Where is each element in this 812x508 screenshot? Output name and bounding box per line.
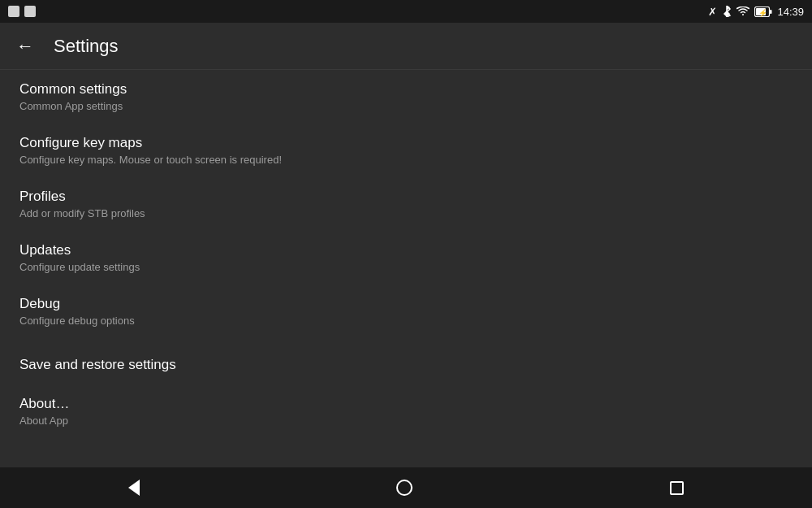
status-bar-left (8, 6, 36, 17)
svg-text:⚡: ⚡ (758, 8, 768, 17)
navigation-bar (0, 467, 812, 508)
settings-item-subtitle-about: About App (19, 415, 793, 427)
settings-divider (0, 341, 812, 342)
svg-rect-2 (770, 10, 772, 14)
app-title: Settings (54, 36, 119, 57)
settings-item-title-about: About… (19, 396, 793, 412)
settings-item-title-configure-key-maps: Configure key maps (19, 135, 793, 151)
settings-item-profiles[interactable]: ProfilesAdd or modify STB profiles (0, 177, 812, 231)
settings-item-common-settings[interactable]: Common settingsCommon App settings (0, 70, 812, 124)
settings-item-title-common-settings: Common settings (19, 81, 793, 98)
settings-item-subtitle-debug: Configure debug options (19, 315, 793, 327)
settings-item-title-debug: Debug (19, 296, 793, 312)
nav-recent-button[interactable] (670, 481, 684, 495)
settings-item-subtitle-updates: Configure update settings (19, 261, 793, 273)
app-icon-1 (8, 6, 19, 17)
app-icon-2 (24, 6, 36, 17)
wifi-icon (736, 7, 749, 17)
bluetooth-icon: ✗ (708, 6, 717, 18)
status-bar-right: ✗ ⚡ 14:39 (708, 6, 804, 18)
settings-item-subtitle-profiles: Add or modify STB profiles (19, 207, 793, 219)
settings-list: Common settingsCommon App settingsConfig… (0, 70, 812, 438)
settings-item-subtitle-configure-key-maps: Configure key maps. Mouse or touch scree… (19, 154, 793, 166)
settings-item-about[interactable]: About…About App (0, 384, 812, 438)
settings-item-updates[interactable]: UpdatesConfigure update settings (0, 231, 812, 284)
settings-item-title-profiles: Profiles (19, 189, 793, 205)
nav-back-button[interactable] (128, 480, 140, 496)
settings-item-title-updates: Updates (19, 242, 793, 258)
battery-icon: ⚡ (754, 7, 772, 17)
settings-item-subtitle-common-settings: Common App settings (19, 100, 793, 112)
bluetooth-icon (722, 6, 732, 17)
settings-item-title-save-restore: Save and restore settings (19, 357, 793, 373)
app-bar: ← Settings (0, 23, 812, 70)
nav-home-button[interactable] (396, 480, 412, 496)
status-time: 14:39 (777, 6, 804, 18)
status-bar: ✗ ⚡ 14:39 (0, 0, 812, 23)
back-button[interactable]: ← (13, 33, 37, 60)
settings-item-save-restore[interactable]: Save and restore settings (0, 345, 812, 384)
settings-item-configure-key-maps[interactable]: Configure key mapsConfigure key maps. Mo… (0, 124, 812, 177)
settings-item-debug[interactable]: DebugConfigure debug options (0, 284, 812, 338)
